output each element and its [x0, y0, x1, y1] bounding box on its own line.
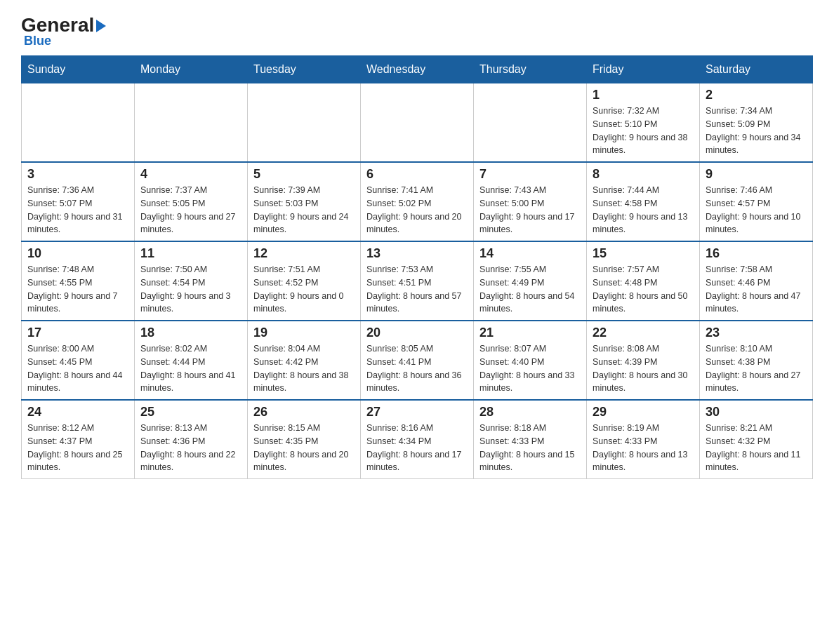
- day-sun-info: Sunrise: 7:46 AMSunset: 4:57 PMDaylight:…: [706, 184, 807, 236]
- calendar-day-cell: 12Sunrise: 7:51 AMSunset: 4:52 PMDayligh…: [248, 241, 361, 321]
- calendar-header-row: SundayMondayTuesdayWednesdayThursdayFrid…: [22, 56, 813, 83]
- day-sun-info: Sunrise: 8:02 AMSunset: 4:44 PMDaylight:…: [140, 342, 241, 395]
- calendar-day-cell: [361, 83, 474, 163]
- calendar-day-cell: 6Sunrise: 7:41 AMSunset: 5:02 PMDaylight…: [361, 162, 474, 241]
- day-number: 27: [366, 405, 468, 420]
- day-sun-info: Sunrise: 7:50 AMSunset: 4:54 PMDaylight:…: [140, 263, 241, 316]
- day-of-week-header: Saturday: [700, 56, 813, 83]
- day-sun-info: Sunrise: 7:43 AMSunset: 5:00 PMDaylight:…: [479, 184, 581, 236]
- day-number: 8: [593, 167, 694, 182]
- calendar-day-cell: 20Sunrise: 8:05 AMSunset: 4:41 PMDayligh…: [361, 321, 474, 400]
- day-number: 28: [479, 405, 581, 420]
- day-sun-info: Sunrise: 7:55 AMSunset: 4:49 PMDaylight:…: [479, 263, 581, 316]
- day-sun-info: Sunrise: 8:19 AMSunset: 4:33 PMDaylight:…: [593, 422, 694, 474]
- day-of-week-header: Tuesday: [248, 56, 361, 83]
- day-sun-info: Sunrise: 7:39 AMSunset: 5:03 PMDaylight:…: [253, 184, 355, 236]
- day-number: 7: [479, 167, 581, 182]
- calendar-day-cell: 3Sunrise: 7:36 AMSunset: 5:07 PMDaylight…: [22, 162, 135, 241]
- day-sun-info: Sunrise: 7:44 AMSunset: 4:58 PMDaylight:…: [593, 184, 694, 236]
- day-number: 2: [706, 88, 807, 102]
- day-sun-info: Sunrise: 8:00 AMSunset: 4:45 PMDaylight:…: [27, 342, 128, 395]
- calendar-day-cell: 30Sunrise: 8:21 AMSunset: 4:32 PMDayligh…: [700, 400, 813, 479]
- page-header: General Blue: [21, 14, 813, 48]
- calendar-week-row: 10Sunrise: 7:48 AMSunset: 4:55 PMDayligh…: [22, 241, 813, 321]
- day-number: 11: [140, 246, 241, 261]
- calendar-day-cell: 7Sunrise: 7:43 AMSunset: 5:00 PMDaylight…: [474, 162, 587, 241]
- calendar-day-cell: [248, 83, 361, 163]
- calendar-day-cell: 27Sunrise: 8:16 AMSunset: 4:34 PMDayligh…: [361, 400, 474, 479]
- day-number: 10: [27, 246, 128, 261]
- day-number: 20: [366, 326, 468, 340]
- day-number: 12: [253, 246, 355, 261]
- calendar-day-cell: 1Sunrise: 7:32 AMSunset: 5:10 PMDaylight…: [587, 83, 700, 163]
- calendar-day-cell: 28Sunrise: 8:18 AMSunset: 4:33 PMDayligh…: [474, 400, 587, 479]
- day-sun-info: Sunrise: 8:21 AMSunset: 4:32 PMDaylight:…: [706, 422, 807, 474]
- calendar-day-cell: 5Sunrise: 7:39 AMSunset: 5:03 PMDaylight…: [248, 162, 361, 241]
- calendar-week-row: 1Sunrise: 7:32 AMSunset: 5:10 PMDaylight…: [22, 83, 813, 163]
- day-sun-info: Sunrise: 7:51 AMSunset: 4:52 PMDaylight:…: [253, 263, 355, 316]
- day-sun-info: Sunrise: 8:16 AMSunset: 4:34 PMDaylight:…: [366, 422, 468, 474]
- day-number: 15: [593, 246, 694, 261]
- calendar-week-row: 17Sunrise: 8:00 AMSunset: 4:45 PMDayligh…: [22, 321, 813, 400]
- day-number: 13: [366, 246, 468, 261]
- calendar-week-row: 24Sunrise: 8:12 AMSunset: 4:37 PMDayligh…: [22, 400, 813, 479]
- day-number: 22: [593, 326, 694, 340]
- day-number: 6: [366, 167, 468, 182]
- day-sun-info: Sunrise: 8:07 AMSunset: 4:40 PMDaylight:…: [479, 342, 581, 395]
- logo-sub: Blue: [24, 34, 51, 48]
- day-number: 17: [27, 326, 128, 340]
- day-number: 21: [479, 326, 581, 340]
- day-sun-info: Sunrise: 8:10 AMSunset: 4:38 PMDaylight:…: [706, 342, 807, 395]
- day-number: 14: [479, 246, 581, 261]
- day-sun-info: Sunrise: 7:53 AMSunset: 4:51 PMDaylight:…: [366, 263, 468, 316]
- day-number: 3: [27, 167, 128, 182]
- day-number: 25: [140, 405, 241, 420]
- day-number: 5: [253, 167, 355, 182]
- day-number: 24: [27, 405, 128, 420]
- day-number: 26: [253, 405, 355, 420]
- day-number: 4: [140, 167, 241, 182]
- calendar-day-cell: [474, 83, 587, 163]
- day-sun-info: Sunrise: 7:36 AMSunset: 5:07 PMDaylight:…: [27, 184, 128, 236]
- day-number: 23: [706, 326, 807, 340]
- calendar-day-cell: [22, 83, 135, 163]
- calendar-day-cell: 17Sunrise: 8:00 AMSunset: 4:45 PMDayligh…: [22, 321, 135, 400]
- day-number: 1: [593, 88, 694, 102]
- calendar-day-cell: 13Sunrise: 7:53 AMSunset: 4:51 PMDayligh…: [361, 241, 474, 321]
- calendar-day-cell: 19Sunrise: 8:04 AMSunset: 4:42 PMDayligh…: [248, 321, 361, 400]
- calendar-day-cell: 14Sunrise: 7:55 AMSunset: 4:49 PMDayligh…: [474, 241, 587, 321]
- calendar-day-cell: 25Sunrise: 8:13 AMSunset: 4:36 PMDayligh…: [135, 400, 248, 479]
- day-sun-info: Sunrise: 8:12 AMSunset: 4:37 PMDaylight:…: [27, 422, 128, 474]
- day-number: 30: [706, 405, 807, 420]
- calendar-day-cell: 18Sunrise: 8:02 AMSunset: 4:44 PMDayligh…: [135, 321, 248, 400]
- day-sun-info: Sunrise: 8:13 AMSunset: 4:36 PMDaylight:…: [140, 422, 241, 474]
- calendar-day-cell: 11Sunrise: 7:50 AMSunset: 4:54 PMDayligh…: [135, 241, 248, 321]
- day-sun-info: Sunrise: 8:05 AMSunset: 4:41 PMDaylight:…: [366, 342, 468, 395]
- day-sun-info: Sunrise: 7:32 AMSunset: 5:10 PMDaylight:…: [593, 105, 694, 157]
- day-number: 29: [593, 405, 694, 420]
- day-sun-info: Sunrise: 7:34 AMSunset: 5:09 PMDaylight:…: [706, 105, 807, 157]
- calendar-day-cell: [135, 83, 248, 163]
- calendar-day-cell: 9Sunrise: 7:46 AMSunset: 4:57 PMDaylight…: [700, 162, 813, 241]
- logo-arrow-icon: [96, 20, 106, 32]
- calendar-day-cell: 29Sunrise: 8:19 AMSunset: 4:33 PMDayligh…: [587, 400, 700, 479]
- day-number: 9: [706, 167, 807, 182]
- day-sun-info: Sunrise: 8:04 AMSunset: 4:42 PMDaylight:…: [253, 342, 355, 395]
- day-sun-info: Sunrise: 7:37 AMSunset: 5:05 PMDaylight:…: [140, 184, 241, 236]
- calendar-day-cell: 15Sunrise: 7:57 AMSunset: 4:48 PMDayligh…: [587, 241, 700, 321]
- calendar-day-cell: 4Sunrise: 7:37 AMSunset: 5:05 PMDaylight…: [135, 162, 248, 241]
- calendar-day-cell: 2Sunrise: 7:34 AMSunset: 5:09 PMDaylight…: [700, 83, 813, 163]
- day-sun-info: Sunrise: 7:57 AMSunset: 4:48 PMDaylight:…: [593, 263, 694, 316]
- calendar-day-cell: 10Sunrise: 7:48 AMSunset: 4:55 PMDayligh…: [22, 241, 135, 321]
- calendar-week-row: 3Sunrise: 7:36 AMSunset: 5:07 PMDaylight…: [22, 162, 813, 241]
- day-sun-info: Sunrise: 7:48 AMSunset: 4:55 PMDaylight:…: [27, 263, 128, 316]
- calendar-day-cell: 22Sunrise: 8:08 AMSunset: 4:39 PMDayligh…: [587, 321, 700, 400]
- day-sun-info: Sunrise: 8:15 AMSunset: 4:35 PMDaylight:…: [253, 422, 355, 474]
- calendar-day-cell: 8Sunrise: 7:44 AMSunset: 4:58 PMDaylight…: [587, 162, 700, 241]
- day-sun-info: Sunrise: 8:18 AMSunset: 4:33 PMDaylight:…: [479, 422, 581, 474]
- logo: General Blue: [21, 14, 106, 48]
- day-of-week-header: Sunday: [22, 56, 135, 83]
- day-sun-info: Sunrise: 7:58 AMSunset: 4:46 PMDaylight:…: [706, 263, 807, 316]
- day-number: 19: [253, 326, 355, 340]
- day-of-week-header: Friday: [587, 56, 700, 83]
